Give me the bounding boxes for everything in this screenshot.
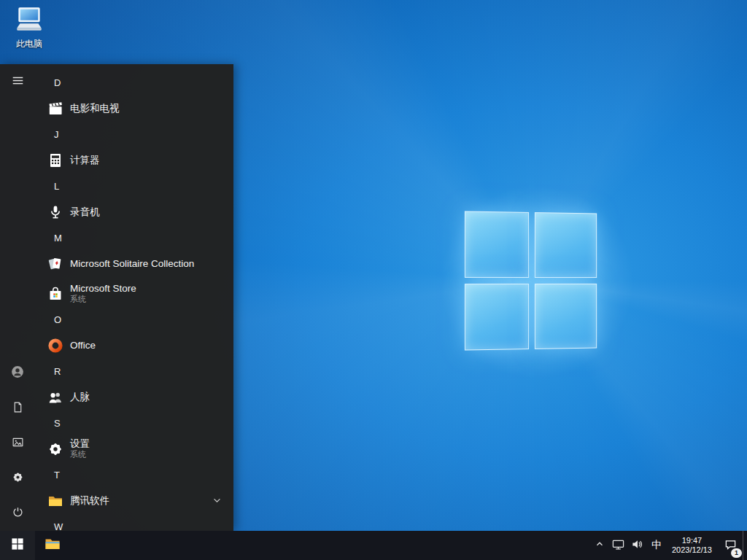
section-letter-j[interactable]: J [35, 123, 233, 145]
windows-desktop: 此电脑 [0, 0, 747, 560]
start-menu-rail [0, 64, 35, 531]
network-status-button[interactable] [609, 531, 628, 560]
section-letter-s[interactable]: S [35, 412, 233, 434]
app-item-calculator[interactable]: 计算器 [35, 145, 233, 175]
app-item-people[interactable]: 人脉 [35, 382, 233, 412]
network-icon [612, 538, 624, 553]
show-desktop-button[interactable] [743, 531, 747, 560]
taskbar: 中 19:47 2023/12/13 1 [0, 531, 747, 560]
start-button[interactable] [0, 531, 35, 560]
calculator-icon [47, 152, 64, 169]
windows-logo-pane [535, 212, 597, 278]
app-label: Microsoft Solitaire Collection [70, 258, 194, 269]
app-item-tencent-folder[interactable]: 腾讯软件 [35, 486, 233, 516]
app-label: 腾讯软件 [70, 495, 109, 506]
start-menu: D 电影和电视 [0, 64, 233, 531]
app-item-voice-recorder[interactable]: 录音机 [35, 197, 233, 227]
ime-indicator[interactable]: 中 [647, 531, 666, 560]
clock-date: 2023/12/13 [672, 545, 712, 555]
windows-logo-pane [465, 284, 529, 351]
start-menu-app-list: D 电影和电视 [35, 64, 233, 531]
section-letter-l[interactable]: L [35, 175, 233, 197]
section-letter-d[interactable]: D [35, 71, 233, 93]
documents-button[interactable] [0, 391, 35, 426]
expand-menu-button[interactable] [0, 64, 35, 99]
app-label: 录音机 [70, 206, 100, 217]
show-hidden-icons-button[interactable] [590, 531, 609, 560]
section-letter-m[interactable]: M [35, 227, 233, 249]
desktop-icon-label: 此电脑 [16, 38, 42, 50]
pictures-button[interactable] [0, 426, 35, 461]
app-label: 人脉 [70, 392, 90, 402]
windows-logo-pane [535, 284, 597, 349]
file-explorer-icon [44, 535, 61, 556]
app-label: 设置 [70, 438, 90, 449]
taskbar-clock[interactable]: 19:47 2023/12/13 [666, 531, 718, 560]
gear-icon [11, 470, 25, 487]
app-subtitle: 系统 [70, 450, 90, 459]
app-label: Microsoft Store [70, 283, 136, 294]
store-icon [47, 285, 64, 303]
chevron-up-icon [595, 539, 605, 552]
action-center-button[interactable]: 1 [718, 531, 743, 560]
app-label: 计算器 [70, 155, 100, 166]
office-icon [47, 337, 64, 354]
hamburger-icon [12, 74, 24, 90]
computer-icon [12, 6, 46, 36]
notification-badge: 1 [731, 548, 742, 558]
user-account-button[interactable] [0, 356, 35, 391]
settings-gear-icon [47, 440, 64, 458]
app-item-microsoft-store[interactable]: Microsoft Store 系统 [35, 279, 233, 308]
clock-time: 19:47 [672, 536, 712, 545]
document-icon [12, 401, 24, 416]
power-icon [12, 506, 24, 521]
speaker-icon [631, 538, 643, 553]
settings-button[interactable] [0, 461, 35, 496]
voice-recorder-icon [47, 203, 64, 221]
app-item-settings[interactable]: 设置 系统 [35, 434, 233, 464]
power-button[interactable] [0, 496, 35, 531]
section-letter-r[interactable]: R [35, 360, 233, 382]
app-item-solitaire[interactable]: Microsoft Solitaire Collection [35, 249, 233, 279]
chevron-down-icon[interactable] [213, 498, 221, 503]
volume-button[interactable] [628, 531, 647, 560]
ime-label: 中 [647, 539, 666, 552]
section-letter-o[interactable]: O [35, 308, 233, 330]
user-avatar-icon [9, 364, 26, 383]
solitaire-icon [47, 255, 64, 273]
app-label: Office [70, 340, 96, 351]
app-item-movies-tv[interactable]: 电影和电视 [35, 93, 233, 123]
folder-icon [47, 492, 64, 510]
windows-logo-icon [12, 538, 23, 553]
people-icon [47, 389, 64, 406]
desktop-icon-this-pc[interactable]: 此电脑 [6, 6, 53, 50]
app-subtitle: 系统 [70, 295, 136, 304]
app-label: 电影和电视 [70, 103, 120, 114]
taskbar-file-explorer-button[interactable] [35, 531, 70, 560]
windows-hero-logo [465, 211, 597, 350]
app-item-office[interactable]: Office [35, 330, 233, 360]
system-tray: 中 19:47 2023/12/13 1 [590, 531, 747, 560]
section-letter-w[interactable]: W [35, 516, 233, 531]
windows-logo-pane [465, 211, 529, 278]
pictures-icon [12, 436, 24, 451]
section-letter-t[interactable]: T [35, 464, 233, 486]
movies-tv-icon [47, 100, 64, 117]
